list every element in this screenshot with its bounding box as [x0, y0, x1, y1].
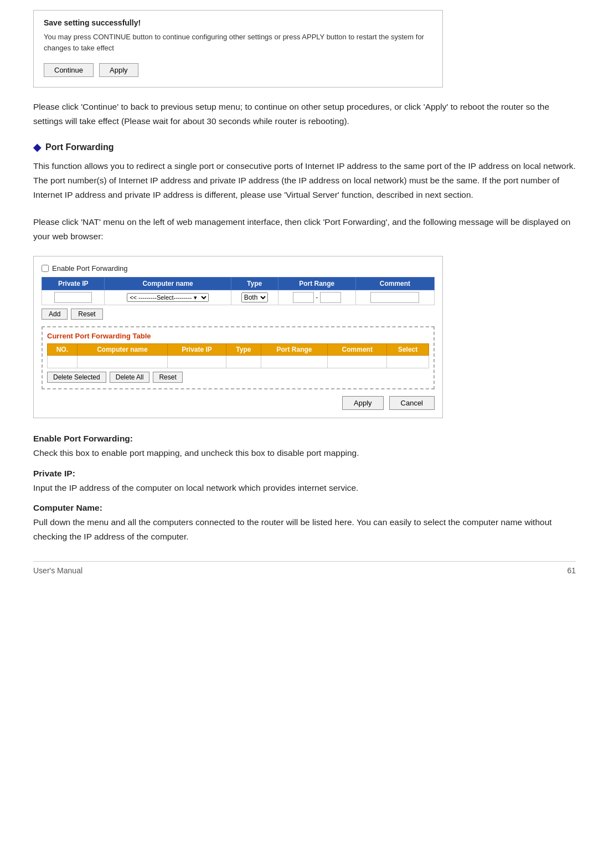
- enable-pf-label: Enable Port Forwarding: [52, 264, 128, 273]
- private-ip-label: Private IP:: [33, 469, 576, 479]
- col-private-ip: Private IP: [42, 278, 105, 290]
- pf-input-row-data: 0.0.0.0 << ---------Select--------- ▾ Bo…: [42, 290, 435, 305]
- footer-right: 61: [567, 566, 576, 575]
- enable-label: Enable Port Forwarding:: [33, 434, 576, 444]
- add-button[interactable]: Add: [42, 309, 68, 320]
- cpf-empty-ip: [168, 356, 226, 368]
- cpf-empty-select: [387, 356, 429, 368]
- cpf-title: Current Port Forwarding Table: [47, 332, 429, 340]
- cpf-col-port: Port Range: [261, 344, 328, 356]
- save-desc: You may press CONTINUE button to continu…: [44, 32, 432, 53]
- bottom-section-2: Computer Name: Pull down the menu and al…: [33, 503, 576, 545]
- page-footer: User's Manual 61: [33, 561, 576, 575]
- col-type: Type: [231, 278, 278, 290]
- section-desc-2: Please click 'NAT' menu on the left of w…: [33, 215, 576, 244]
- port-start-input[interactable]: [293, 292, 314, 303]
- bottom-section-0: Enable Port Forwarding: Check this box t…: [33, 434, 576, 460]
- cpf-header-row: NO. Computer name Private IP Type Port R…: [48, 344, 429, 356]
- cpf-empty-name: [77, 356, 167, 368]
- comment-input[interactable]: [370, 292, 419, 303]
- port-end-input[interactable]: [320, 292, 341, 303]
- computer-name-label: Computer Name:: [33, 503, 576, 513]
- pf-main-table: Private IP Computer name Type Port Range…: [42, 277, 435, 305]
- ip-cell: 0.0.0.0: [42, 290, 105, 305]
- footer-left: User's Manual: [33, 566, 82, 575]
- pf-apply-cancel-row: Apply Cancel: [42, 396, 435, 410]
- cpf-col-comment: Comment: [328, 344, 387, 356]
- cpf-empty-no: [48, 356, 78, 368]
- port-forwarding-ui: Enable Port Forwarding Private IP Comput…: [33, 256, 443, 418]
- type-select[interactable]: Both TCP UDP: [241, 292, 268, 302]
- delete-all-button[interactable]: Delete All: [110, 372, 150, 383]
- computer-name-select[interactable]: << ---------Select--------- ▾: [127, 293, 209, 302]
- pf-apply-button[interactable]: Apply: [342, 396, 384, 410]
- cpf-table: NO. Computer name Private IP Type Port R…: [47, 343, 429, 368]
- port-dash: -: [316, 294, 319, 301]
- cpf-empty-type: [226, 356, 261, 368]
- cpf-col-type: Type: [226, 344, 261, 356]
- col-computer-name: Computer name: [105, 278, 231, 290]
- enable-pf-row: Enable Port Forwarding: [42, 264, 435, 273]
- col-comment: Comment: [355, 278, 434, 290]
- cpf-empty-port: [261, 356, 328, 368]
- cpf-reset-button[interactable]: Reset: [153, 372, 182, 383]
- computer-name-text: Pull down the menu and all the computers…: [33, 515, 576, 545]
- top-button-row: Continue Apply: [44, 63, 432, 77]
- cpf-btn-row: Delete Selected Delete All Reset: [47, 372, 429, 383]
- section-title: Port Forwarding: [45, 142, 114, 152]
- port-forwarding-heading: ◆ Port Forwarding: [33, 141, 576, 153]
- pf-add-reset-row: Add Reset: [42, 309, 435, 320]
- col-port-range: Port Range: [278, 278, 355, 290]
- save-title: Save setting successfully!: [44, 18, 432, 27]
- section-desc-1: This function allows you to redirect a s…: [33, 159, 576, 203]
- bottom-section-1: Private IP: Input the IP address of the …: [33, 469, 576, 495]
- reset-button[interactable]: Reset: [71, 309, 102, 320]
- enable-text: Check this box to enable port mapping, a…: [33, 446, 576, 460]
- continue-button[interactable]: Continue: [44, 63, 94, 77]
- save-success-box: Save setting successfully! You may press…: [33, 10, 443, 88]
- port-range-cell: -: [278, 290, 355, 305]
- intro-paragraph: Please click 'Continue' to back to previ…: [33, 100, 576, 129]
- private-ip-input[interactable]: 0.0.0.0: [54, 292, 92, 303]
- top-apply-button[interactable]: Apply: [99, 63, 138, 77]
- pf-table-header-row: Private IP Computer name Type Port Range…: [42, 278, 435, 290]
- comment-cell: [355, 290, 434, 305]
- private-ip-text: Input the IP address of the computer on …: [33, 481, 576, 495]
- pf-cancel-button[interactable]: Cancel: [389, 396, 435, 410]
- cpf-empty-comment: [328, 356, 387, 368]
- delete-selected-button[interactable]: Delete Selected: [47, 372, 106, 383]
- cpf-empty-row: [48, 356, 429, 368]
- diamond-icon: ◆: [33, 141, 41, 153]
- current-pf-section: Current Port Forwarding Table NO. Comput…: [42, 326, 435, 389]
- cpf-col-select: Select: [387, 344, 429, 356]
- cpf-col-ip: Private IP: [168, 344, 226, 356]
- cpf-col-no: NO.: [48, 344, 78, 356]
- enable-pf-checkbox[interactable]: [42, 265, 49, 272]
- type-cell: Both TCP UDP: [231, 290, 278, 305]
- computer-name-cell: << ---------Select--------- ▾: [105, 290, 231, 305]
- cpf-col-name: Computer name: [77, 344, 167, 356]
